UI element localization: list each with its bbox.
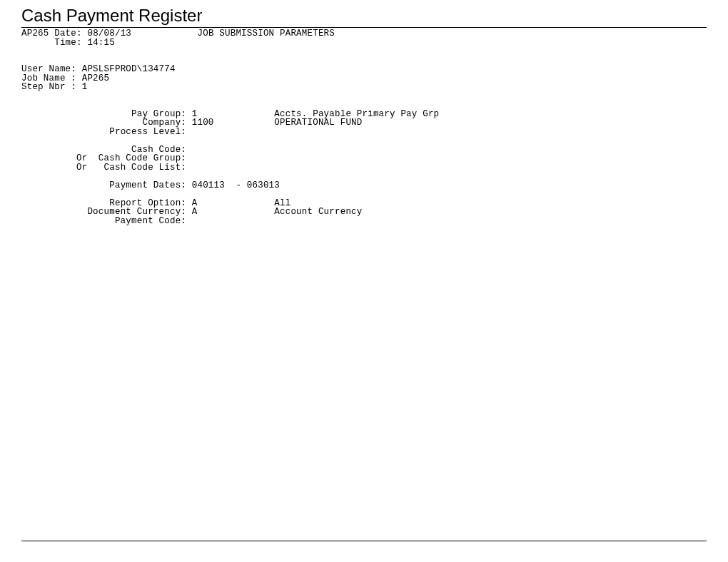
report-id: AP265 — [21, 29, 49, 39]
process-level-label: Process Level: — [109, 127, 186, 137]
rule-top — [21, 27, 707, 28]
section-label: JOB SUBMISSION PARAMETERS — [197, 29, 335, 39]
cash-code-list-label: Cash Code List: — [104, 163, 187, 173]
page-title: Cash Payment Register — [21, 6, 707, 26]
payment-dates-label: Payment Dates: — [109, 180, 186, 190]
rule-bottom — [21, 541, 707, 541]
doc-currency-value: A — [192, 207, 198, 217]
or-2: Or — [76, 163, 87, 173]
time-label: Time: — [54, 38, 82, 48]
report-body: AP265 Date: 08/08/13 JOB SUBMISSION PARA… — [21, 29, 707, 225]
payment-code-label: Payment Code: — [115, 216, 186, 226]
payment-dates-value: 040113 - 063013 — [192, 180, 280, 190]
company-desc: OPERATIONAL FUND — [274, 118, 362, 128]
doc-currency-desc: Account Currency — [274, 207, 362, 217]
step-nbr-label: Step Nbr : — [21, 82, 76, 92]
company-value: 1100 — [192, 118, 214, 128]
step-nbr-value: 1 — [82, 82, 88, 92]
time-value: 14:15 — [87, 38, 115, 48]
